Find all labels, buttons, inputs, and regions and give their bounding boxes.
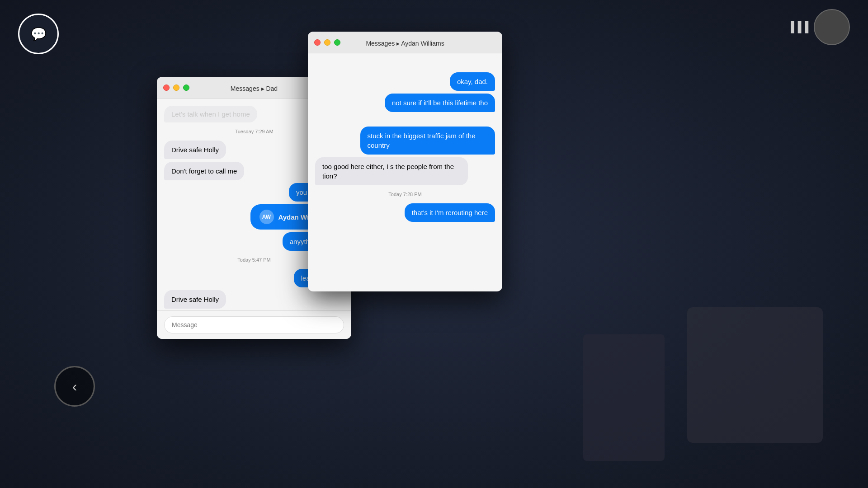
msg-not-sure: not sure if it'll be this lifetime tho — [385, 94, 495, 112]
message-cut-top: Let's talk when I get home — [164, 106, 257, 122]
contact-avatar-aydan: AW — [259, 210, 274, 224]
messages-icon: 💬 — [31, 27, 47, 42]
msg-drive-safe-2: Drive safe Holly — [164, 290, 226, 309]
app-icon[interactable]: 💬 — [18, 14, 59, 54]
bg-decoration-keyboard — [687, 307, 823, 443]
window-aydan: Messages ▸ Aydan Williams okay, dad. not… — [308, 32, 502, 291]
minimize-button-dad[interactable] — [173, 84, 179, 91]
fullscreen-button-aydan[interactable] — [334, 39, 340, 46]
timestamp-today-728: Today 7:28 PM — [315, 192, 495, 197]
close-button-aydan[interactable] — [314, 39, 321, 46]
partial-text: too good here either, I s the people fro… — [322, 163, 454, 180]
window-title-dad: Messages ▸ Dad — [231, 85, 278, 92]
back-icon: ‹ — [72, 378, 77, 395]
message-input-bar-dad — [157, 310, 351, 339]
user-avatar — [814, 9, 850, 45]
fullscreen-button-dad[interactable] — [183, 84, 189, 91]
traffic-lights-dad — [163, 84, 189, 91]
traffic-lights-aydan — [314, 39, 340, 46]
message-input-dad[interactable] — [164, 316, 344, 333]
signal-bars-icon: ▐▐▐ — [787, 21, 808, 33]
titlebar-aydan: Messages ▸ Aydan Williams — [308, 32, 502, 53]
msg-okay-dad: okay, dad. — [450, 72, 495, 91]
msg-drive-safe-1: Drive safe Holly — [164, 141, 226, 159]
spacer-middle — [315, 115, 495, 124]
minimize-button-aydan[interactable] — [324, 39, 330, 46]
close-button-dad[interactable] — [163, 84, 170, 91]
window-title-aydan: Messages ▸ Aydan Williams — [366, 40, 444, 47]
msg-stuck-traffic: stuck in the biggest traffic jam of the … — [360, 127, 495, 155]
msg-rerouting: that's it I'm rerouting here — [405, 203, 495, 222]
msg-dont-forget: Don't forget to call me — [164, 162, 244, 180]
back-button[interactable]: ‹ — [54, 366, 95, 407]
top-right-area: ▐▐▐ — [787, 9, 850, 45]
bg-decoration-pedal — [583, 334, 665, 461]
message-list-aydan: okay, dad. not sure if it'll be this lif… — [308, 53, 502, 291]
spacer-top — [315, 61, 495, 70]
msg-partial-received: too good here either, I s the people fro… — [315, 157, 468, 185]
